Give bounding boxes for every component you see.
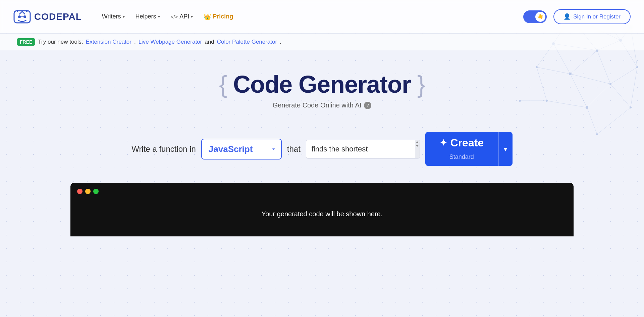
nav-api-chevron-icon: ▾ [191, 14, 193, 19]
theme-toggle-circle: ☀️ [535, 12, 545, 22]
generator-label-before: Write a function in [131, 144, 196, 154]
function-description-input[interactable] [306, 140, 415, 158]
banner-period: . [280, 39, 281, 45]
signin-button[interactable]: 👤 Sign In or Register [553, 9, 631, 24]
scrollbar-up-arrow-icon [416, 141, 419, 143]
signin-person-icon: 👤 [564, 13, 571, 20]
page-subtitle: Generate Code Online with AI ? [219, 101, 425, 109]
svg-point-42 [18, 15, 21, 18]
svg-rect-45 [17, 10, 18, 12]
nav-pricing-crown-icon: 👑 [204, 13, 211, 20]
terminal-minimize-button[interactable] [85, 189, 91, 194]
banner-link-live-webpage-generator[interactable]: Live Webpage Generator [139, 39, 202, 45]
create-button-label: Create [450, 137, 484, 149]
signin-label: Sign In or Register [573, 13, 621, 20]
nav-helpers-chevron-icon: ▾ [158, 14, 160, 19]
generator-row: Write a function in JavaScript Python Ty… [118, 132, 526, 166]
nav-writers-label: Writers [102, 13, 121, 20]
nav-pricing-label: Pricing [213, 13, 233, 20]
banner-text-before: Try our new tools: [38, 39, 83, 45]
subtitle-text: Generate Code Online with AI [273, 101, 362, 109]
function-input-scrollbar[interactable] [415, 140, 420, 158]
help-icon[interactable]: ? [364, 102, 371, 109]
nav-links: Writers ▾ Helpers ▾ </> API ▾ 👑 Pricing [102, 13, 233, 20]
codepal-logo-icon [13, 8, 31, 26]
title-bracket-close: } [411, 71, 425, 98]
svg-point-43 [23, 15, 26, 18]
nav-writers[interactable]: Writers ▾ [102, 13, 125, 20]
scrollbar-down-arrow-icon [416, 145, 419, 147]
create-button-wrapper: ✦ Create Standard ▾ [425, 132, 513, 166]
terminal-body: Your generated code will be shown here. [70, 200, 574, 228]
title-main-text: Code Generator [233, 71, 411, 98]
hero-title-area: { Code Generator } Generate Code Online … [219, 71, 425, 109]
nav-writers-chevron-icon: ▾ [123, 14, 125, 19]
free-banner: FREE Try our new tools: Extension Creato… [0, 34, 644, 50]
terminal-maximize-button[interactable] [93, 189, 99, 194]
logo-link[interactable]: CODEPAL [13, 8, 82, 26]
nav-pricing[interactable]: 👑 Pricing [204, 13, 233, 20]
nav-api-label: API [179, 13, 189, 20]
logo-text: CODEPAL [34, 11, 82, 22]
theme-toggle[interactable]: ☀️ [523, 10, 547, 23]
banner-link-color-palette-generator[interactable]: Color Palette Generator [217, 39, 277, 45]
terminal-placeholder-text: Your generated code will be shown here. [262, 210, 383, 218]
terminal-close-button[interactable] [77, 189, 83, 194]
banner-link-extension-creator[interactable]: Extension Creator [86, 39, 131, 45]
free-badge: FREE [17, 38, 35, 46]
function-input-wrapper [306, 140, 420, 158]
language-select-wrapper: JavaScript Python TypeScript Java C++ C#… [201, 139, 282, 160]
create-standard-sublabel: Standard [449, 153, 474, 160]
main-content: { Code Generator } Generate Code Online … [0, 50, 644, 236]
banner-and-text: and [205, 39, 214, 45]
title-bracket-open: { [219, 71, 233, 98]
language-select[interactable]: JavaScript Python TypeScript Java C++ C#… [201, 139, 282, 160]
create-main-button[interactable]: ✦ Create Standard [425, 132, 498, 166]
create-sparkle-icon: ✦ [440, 138, 447, 148]
terminal-header [70, 183, 574, 200]
nav-helpers-label: Helpers [136, 13, 156, 20]
page-title: { Code Generator } [219, 71, 425, 98]
navbar: CODEPAL Writers ▾ Helpers ▾ </> API ▾ 👑 … [0, 0, 644, 34]
generator-label-that: that [287, 144, 301, 154]
code-terminal: Your generated code will be shown here. [70, 183, 574, 236]
nav-api[interactable]: </> API ▾ [171, 13, 193, 20]
svg-rect-46 [26, 10, 28, 12]
create-dropdown-chevron-icon: ▾ [504, 145, 507, 153]
nav-helpers[interactable]: Helpers ▾ [136, 13, 160, 20]
create-dropdown-button[interactable]: ▾ [498, 132, 513, 166]
nav-api-code-icon: </> [171, 14, 178, 19]
banner-separator1: , [134, 39, 136, 45]
